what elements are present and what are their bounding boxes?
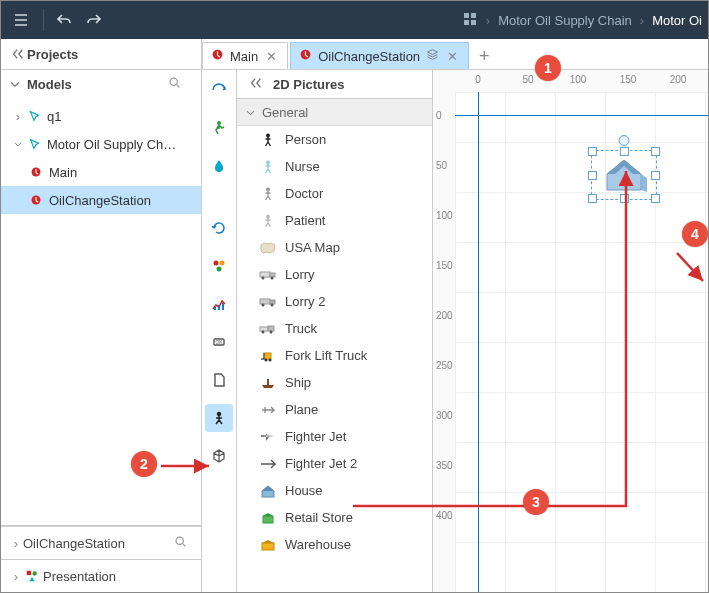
close-tab-icon[interactable]: ✕ (445, 49, 460, 64)
properties-panel-header[interactable]: › OilChangeStation (1, 526, 201, 559)
svg-rect-26 (260, 272, 270, 277)
svg-rect-30 (260, 299, 270, 304)
picture-item-person[interactable]: Person (237, 126, 432, 153)
tab-oilchangestation[interactable]: OilChangeStation ✕ (290, 42, 469, 69)
palette-presentation-icon[interactable] (205, 404, 233, 432)
svg-rect-16 (214, 307, 216, 310)
svg-point-22 (266, 133, 270, 137)
tree-item-project[interactable]: Motor Oil Supply Ch… (1, 130, 201, 158)
model-icon (25, 109, 43, 123)
picture-label: House (285, 483, 323, 498)
patient-icon (259, 214, 277, 228)
fighter-icon (259, 431, 277, 443)
svg-point-40 (269, 358, 272, 361)
chevron-right-icon[interactable]: › (11, 109, 25, 124)
tree-item-q1[interactable]: › q1 (1, 102, 201, 130)
tab-main[interactable]: Main ✕ (202, 42, 288, 69)
resize-handle-e[interactable] (651, 171, 660, 180)
pictures-panel-title: 2D Pictures (273, 77, 345, 92)
house-icon (259, 484, 277, 498)
svg-point-39 (265, 358, 268, 361)
palette-controls-icon[interactable]: OK (205, 328, 233, 356)
svg-point-14 (220, 261, 225, 266)
tree-label: Motor Oil Supply Ch… (47, 137, 176, 152)
rotate-handle[interactable] (619, 135, 630, 146)
ruler-horizontal: 0 50 100 150 200 (433, 70, 708, 93)
resize-handle-nw[interactable] (588, 147, 597, 156)
palette-refresh-icon[interactable] (205, 214, 233, 242)
grid-apps-icon[interactable] (462, 11, 478, 30)
svg-point-12 (217, 121, 221, 125)
tree-label: q1 (47, 109, 61, 124)
svg-point-4 (170, 78, 177, 85)
breadcrumb-current[interactable]: Motor Oi (652, 13, 702, 28)
picture-label: Doctor (285, 186, 323, 201)
chevron-down-icon[interactable] (245, 107, 256, 118)
svg-point-23 (266, 160, 270, 164)
tree-item-oilchangestation[interactable]: OilChangeStation (1, 186, 201, 214)
palette-analysis-icon[interactable] (205, 290, 233, 318)
palette-process-icon[interactable] (205, 76, 233, 104)
agent-icon (27, 194, 45, 206)
picture-group-general[interactable]: General (237, 99, 432, 126)
chevron-right-icon[interactable]: › (9, 536, 23, 551)
svg-rect-35 (268, 326, 274, 331)
picture-label: Plane (285, 402, 318, 417)
resize-handle-se[interactable] (651, 194, 660, 203)
svg-rect-42 (263, 516, 273, 523)
lorry2-icon (259, 297, 277, 307)
picture-label: Lorry (285, 267, 315, 282)
picture-label: Ship (285, 375, 311, 390)
chevron-right-icon[interactable]: › (9, 569, 23, 584)
presentation-panel-header[interactable]: › Presentation (1, 559, 201, 592)
svg-rect-3 (471, 20, 476, 25)
palette-fluid-icon[interactable] (205, 152, 233, 180)
breadcrumb-project[interactable]: Motor Oil Supply Chain (498, 13, 632, 28)
redo-button[interactable] (80, 6, 108, 34)
svg-rect-41 (267, 379, 269, 385)
plane-icon (259, 404, 277, 416)
retail-icon (259, 511, 277, 525)
svg-point-7 (176, 537, 183, 544)
warehouse-icon (259, 539, 277, 551)
svg-rect-27 (270, 273, 275, 277)
model-icon (25, 137, 43, 151)
fighter2-icon (259, 458, 277, 470)
svg-rect-0 (464, 13, 469, 18)
undo-button[interactable] (50, 6, 78, 34)
resize-handle-n[interactable] (620, 147, 629, 156)
palette-document-icon[interactable] (205, 366, 233, 394)
add-tab-button[interactable]: + (471, 43, 498, 69)
person-icon (259, 133, 277, 147)
collapse-pictures-icon[interactable] (243, 75, 269, 94)
agent-icon (211, 48, 224, 64)
projects-sidebar: Projects Models › q1 Motor Oil Suppl (1, 39, 202, 592)
tree-item-main[interactable]: Main (1, 158, 201, 186)
chevron-down-icon[interactable] (11, 139, 25, 149)
presentation-panel-title: Presentation (43, 569, 116, 584)
picture-item-warehouse[interactable]: Warehouse (237, 531, 432, 558)
palette-statechart-icon[interactable] (205, 252, 233, 280)
forklift-icon (259, 350, 277, 362)
callout-badge-3: 3 (523, 489, 549, 515)
picture-label: Lorry 2 (285, 294, 325, 309)
callout-badge-4: 4 (682, 221, 708, 247)
picture-label: Truck (285, 321, 317, 336)
doctor-icon (259, 187, 277, 201)
palette-pedestrian-icon[interactable] (205, 114, 233, 142)
layers-icon[interactable] (426, 48, 439, 64)
picture-label: Person (285, 132, 326, 147)
chevron-down-icon[interactable] (9, 78, 21, 90)
search-properties-icon[interactable] (168, 534, 193, 552)
top-toolbar: › Motor Oil Supply Chain › Motor Oi (1, 1, 708, 39)
picture-label: Fighter Jet (285, 429, 346, 444)
picture-label: Nurse (285, 159, 320, 174)
collapse-projects-icon[interactable] (9, 45, 27, 63)
menu-button[interactable] (7, 6, 35, 34)
close-tab-icon[interactable]: ✕ (264, 49, 279, 64)
resize-handle-ne[interactable] (651, 147, 660, 156)
palette-strip: OK (202, 70, 237, 592)
search-models-icon[interactable] (162, 75, 193, 93)
svg-rect-2 (464, 20, 469, 25)
projects-panel-title: Projects (27, 47, 78, 62)
